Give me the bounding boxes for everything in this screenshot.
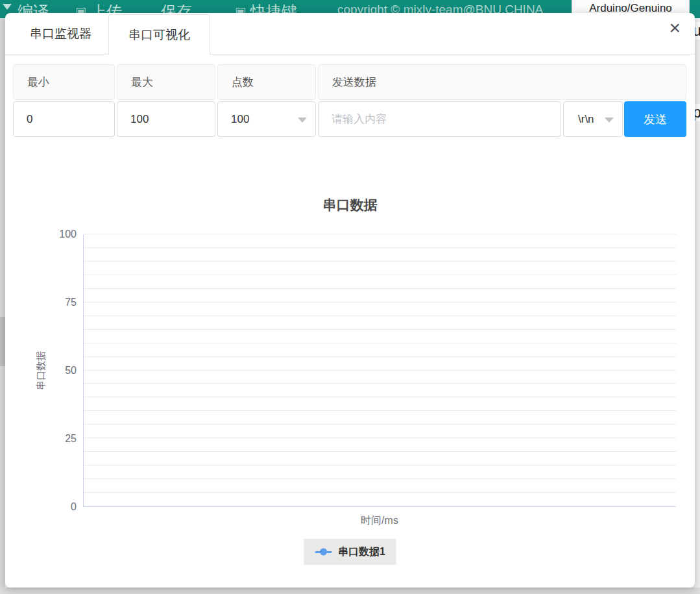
tab-label: 串口可视化 <box>128 27 190 43</box>
send-data-input[interactable] <box>319 102 561 136</box>
y-tick-label: 75 <box>65 297 77 308</box>
chevron-down-icon[interactable] <box>298 118 307 123</box>
gridline <box>84 261 676 262</box>
plot-area <box>83 234 676 507</box>
send-data-field <box>318 101 561 137</box>
scrollbar-thumb[interactable] <box>0 317 5 366</box>
serial-chart: 串口数据 0255075100 串口数据 时间/ms 串口数据1 <box>5 182 695 571</box>
left-page-edge <box>0 18 5 594</box>
line-ending-select[interactable]: \r\n <box>563 101 623 137</box>
form-header-row: 最小 最大 点数 发送数据 <box>13 64 686 100</box>
gridline <box>84 492 676 493</box>
gridline <box>84 424 676 425</box>
send-button[interactable]: 发送 <box>624 101 686 137</box>
settings-form: 最小 最大 点数 发送数据 <box>13 64 686 138</box>
max-input[interactable] <box>117 102 215 136</box>
chevron-down-icon <box>605 118 614 123</box>
y-tick-label: 25 <box>65 434 77 444</box>
gridline <box>84 438 676 438</box>
points-field <box>217 101 316 137</box>
gridline <box>84 275 676 275</box>
bottom-page-edge <box>0 588 700 594</box>
tab-bar: 串口监视器 串口可视化 <box>5 13 695 55</box>
gridline <box>84 397 676 397</box>
gridline <box>84 302 676 303</box>
gridline <box>84 451 676 452</box>
gridline <box>84 329 676 330</box>
tab-serial-visualization[interactable]: 串口可视化 <box>108 14 210 55</box>
gridline <box>84 383 676 384</box>
header-cell-max: 最大 <box>117 64 215 100</box>
gridline <box>84 356 676 357</box>
tab-label: 串口监视器 <box>30 25 91 42</box>
gridline <box>84 247 676 248</box>
gridline <box>84 234 676 234</box>
min-input[interactable] <box>14 102 114 136</box>
min-field <box>13 101 115 137</box>
tab-serial-monitor[interactable]: 串口监视器 <box>13 13 108 54</box>
legend-item-series1[interactable]: 串口数据1 <box>304 539 396 565</box>
legend-line-icon <box>315 548 332 556</box>
chart-title: 串口数据 <box>5 196 695 214</box>
gridline <box>84 478 676 479</box>
legend-dot <box>320 549 327 556</box>
gridline <box>84 288 676 289</box>
header-cell-send-data: 发送数据 <box>318 64 686 100</box>
gridline <box>84 316 676 316</box>
serial-dialog: × 串口监视器 串口可视化 最小 最大 点数 发送数据 <box>5 13 695 588</box>
legend-label: 串口数据1 <box>338 545 385 559</box>
gridline <box>84 410 676 411</box>
y-tick-label: 0 <box>71 502 77 512</box>
y-tick-label: 100 <box>59 229 77 240</box>
header-cell-min: 最小 <box>13 64 115 100</box>
x-axis-label: 时间/ms <box>83 514 676 528</box>
gridline <box>84 343 676 343</box>
y-axis-label: 串口数据 <box>35 351 47 390</box>
gridline <box>84 370 676 371</box>
line-ending-value: \r\n <box>578 102 594 136</box>
page-root: 编译 ▣ 上传 保存 ▣ 快捷键 copyright © mixly-team@… <box>0 0 700 594</box>
header-cell-points: 点数 <box>217 64 316 100</box>
form-input-row: \r\n 发送 <box>13 101 686 137</box>
right-page-edge: u p <box>695 18 700 594</box>
send-group: \r\n 发送 <box>318 101 686 137</box>
clipped-text-u: u <box>695 22 700 40</box>
gridline <box>84 465 676 465</box>
max-field <box>117 101 215 137</box>
y-tick-label: 50 <box>65 365 77 376</box>
toolbar-dropdown-caret-icon[interactable] <box>3 4 12 10</box>
clipped-text-p: p <box>695 104 700 121</box>
